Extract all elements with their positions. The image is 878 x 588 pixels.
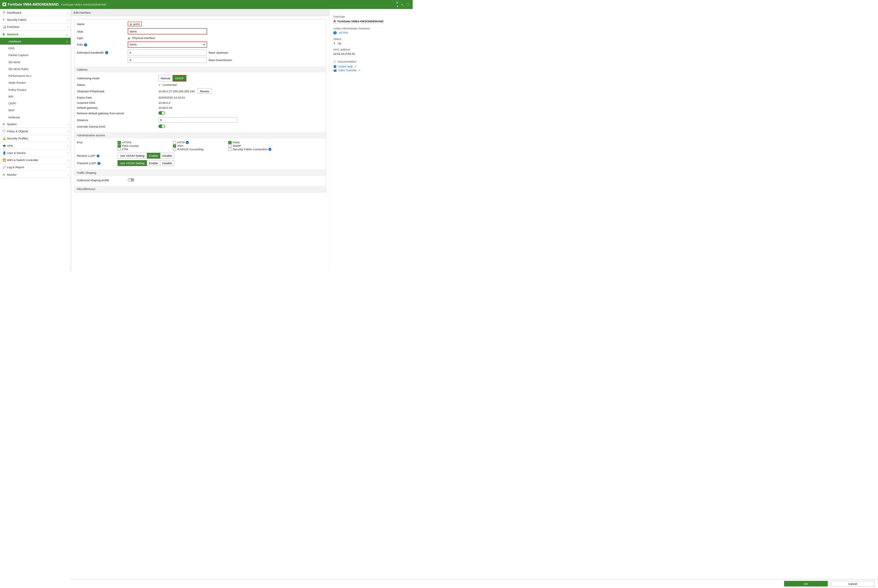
sidebar-item-security-fabric[interactable]: ✳Security Fabric› [0,16,71,23]
obtained-label: Obtained IP/Netmask [77,90,158,93]
session-https[interactable]: 1 HTTPS [333,31,409,34]
checkbox-security-fabric-connection[interactable]: Security Fabric Connectioni [228,147,281,151]
chevron-icon: › [67,165,68,169]
mode-dhcp-button[interactable]: DHCP [173,75,186,81]
star-icon[interactable]: ☆ [66,40,68,43]
sidebar-sub-static-routes[interactable]: Static Routes [0,79,71,86]
renew-button[interactable]: Renew [197,88,211,94]
bw-down-input[interactable] [128,57,206,63]
checkbox-https[interactable]: ✓HTTPS [117,141,170,144]
fullscreen-icon[interactable]: ⛶ [406,3,411,6]
distance-input[interactable] [158,117,237,123]
sidebar-sub-rip[interactable]: RIP [0,93,71,100]
checkbox-box [117,148,120,151]
checkbox-ftm[interactable]: FTM [117,147,170,151]
sidebar-sub-interfaces[interactable]: Interfaces☆ [0,38,71,45]
chevron-icon: › [67,129,68,133]
bw-up-unit: kbps Upstream [209,51,228,54]
checkbox-box: ✓ [117,144,120,147]
rx-lldp-disable-button[interactable]: Disable [160,153,174,159]
checkbox-box [228,144,231,147]
info-icon[interactable]: i [186,141,188,144]
rx-lldp-vdom-button[interactable]: Use VDOM Setting [117,153,147,159]
role-info-icon[interactable]: i [84,44,87,46]
online-help-link[interactable]: 📘 Online Help ↗ [333,65,409,68]
search-icon[interactable]: 🔍 ▾ [395,2,400,8]
mac-value: 02:53:44:cf:56:46 [333,52,409,56]
sidebar-item-network[interactable]: ✥Network⌄ [0,31,71,38]
sidebar-item-wifi-switch-controller[interactable]: 📶WiFi & Switch Controller› [0,156,71,164]
checkbox-box: ✓ [173,144,176,147]
outbound-shaping-toggle[interactable] [128,178,134,182]
bw-up-input[interactable] [128,50,206,56]
sidebar-sub-label: BGP [8,108,15,112]
retrieve-gw-toggle[interactable] [158,111,165,115]
sidebar-item-policy-objects[interactable]: 🛡Policy & Objects› [0,128,71,135]
checkbox-snmp[interactable]: SNMP [228,144,281,147]
tx-lldp-enable-button[interactable]: Enable [147,160,160,166]
svg-rect-5 [3,5,4,6]
estbw-info-icon[interactable]: i [105,51,108,54]
sidebar-item-label: Monitor [7,173,68,176]
mac-head: MAC address [333,48,409,51]
tx-lldp-vdom-button[interactable]: Use VDOM Setting [117,160,147,166]
log-icon: 📈 [3,165,7,169]
cli-icon[interactable]: >_ [400,3,406,6]
wifi-icon: 📶 [3,158,7,162]
gw-label: Default gateway [77,106,158,110]
page-title: Edit Interface [71,9,329,16]
checkbox-ping[interactable]: ✓PING [228,141,281,144]
sidebar-item-monitor[interactable]: ◔Monitor› [0,171,71,178]
role-value: WAN [130,43,137,46]
sidebar-sub-multicast[interactable]: Multicast [0,114,71,120]
right-fortigate-head: FortiGate [333,15,409,18]
chevron-icon: › [67,151,68,154]
sidebar-item-log-report[interactable]: 📈Log & Report› [0,164,71,171]
video-tutorials-link[interactable]: 📹 Video Tutorials ↗ [333,69,409,72]
sidebar-item-fortiview[interactable]: 📊FortiView› [0,24,71,31]
svg-rect-0 [3,3,4,4]
type-value: Physical Interface [132,36,155,40]
sidebar-item-dashboard[interactable]: ⏱Dashboard› [0,9,71,16]
checkbox-label: HTTP [177,141,185,144]
expiry-label: Expiry Date [77,96,158,99]
sidebar-sub-sd-wan[interactable]: SD-WAN [0,58,71,65]
checkbox-label: SSH [177,144,183,147]
rx-lldp-enable-button[interactable]: Enable [147,153,160,159]
mode-manual-button[interactable]: Manual [158,75,173,81]
sidebar-item-user-device[interactable]: 👤User & Device› [0,149,71,156]
tx-lldp-disable-button[interactable]: Disable [160,160,174,166]
sidebar-item-security-profiles[interactable]: 🔒Security Profiles› [0,135,71,142]
sessions-head: Active Administrator Sessions [333,27,409,30]
name-value: port1 [133,22,140,26]
sidebar-sub-policy-routes[interactable]: Policy Routes [0,86,71,93]
sidebar-sub-sd-wan-rules[interactable]: SD-WAN Rules [0,65,71,72]
sidebar-sub-dns[interactable]: DNS [0,45,71,51]
svg-rect-3 [3,4,4,5]
sidebar-sub-ospf[interactable]: OSPF [0,100,71,106]
monitor-icon: ◔ [3,173,7,176]
name-label: Name [77,22,128,26]
sidebar-sub-bgp[interactable]: BGP [0,107,71,114]
sidebar-sub-performance-sla[interactable]: Performance SLA [0,72,71,79]
status-head: Status [333,38,409,40]
override-dns-toggle[interactable] [158,124,165,128]
info-icon[interactable]: i [269,148,271,151]
checkbox-fmg-access[interactable]: ✓FMG-Access [117,144,170,147]
sidebar-sub-packet-capture[interactable]: Packet Capture [0,52,71,58]
sidebar-sub-label: SD-WAN [8,60,20,64]
checkbox-http[interactable]: HTTPi [173,141,226,144]
override-dns-label: Override internal DNS [77,125,158,128]
checkbox-ssh[interactable]: ✓SSH [173,144,226,147]
checkbox-label: PING [233,141,240,144]
checkbox-radius-accounting[interactable]: RADIUS Accounting [173,147,226,151]
tx-lldp-info-icon[interactable]: i [97,162,100,165]
right-device-name: FortiGate-VM64-AWSONDEMAND [337,20,383,23]
rx-lldp-info-icon[interactable]: i [97,154,99,158]
address-section-head: Address [75,66,326,72]
role-select[interactable]: WAN ▾ [128,42,207,48]
sidebar-item-system[interactable]: ⚙System› [0,120,71,128]
checkbox-label: RADIUS Accounting [177,147,203,151]
sidebar-item-vpn[interactable]: 💻VPN› [0,142,71,149]
alias-input[interactable] [128,28,207,34]
